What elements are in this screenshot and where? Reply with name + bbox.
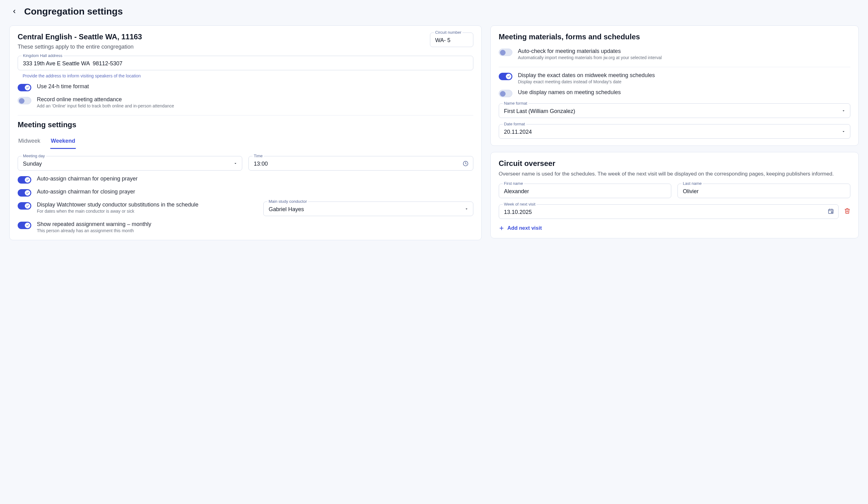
date-format-value[interactable] <box>504 129 845 135</box>
delete-visit-button[interactable] <box>844 208 850 216</box>
address-helper: Provide the address to inform visiting s… <box>23 73 473 78</box>
display-names-toggle[interactable] <box>499 90 513 97</box>
back-button[interactable] <box>11 8 18 15</box>
circuit-number-label: Circuit number <box>434 30 463 35</box>
auto-check-toggle[interactable] <box>499 49 513 56</box>
address-input[interactable] <box>23 60 468 67</box>
add-next-visit-button[interactable]: Add next visit <box>499 225 850 231</box>
address-field[interactable]: Kingdom Hall address <box>18 56 473 70</box>
plus-icon <box>499 225 504 231</box>
auto-open-prayer-toggle[interactable] <box>18 176 31 183</box>
tab-weekend[interactable]: Weekend <box>50 135 76 149</box>
calendar-icon[interactable] <box>828 208 834 216</box>
date-format-field[interactable]: Date format <box>499 124 850 139</box>
main-conductor-label: Main study conductor <box>267 199 308 204</box>
circuit-number-input[interactable] <box>435 37 468 44</box>
tab-midweek[interactable]: Midweek <box>18 135 41 149</box>
divider <box>499 67 850 67</box>
overseer-last-name-label: Last name <box>682 181 703 186</box>
use-24h-toggle[interactable] <box>18 84 31 91</box>
exact-dates-sub: Display exact meeting dates instead of M… <box>518 79 655 84</box>
overseer-first-name-field[interactable]: First name <box>499 183 672 198</box>
name-format-field[interactable]: Name format <box>499 103 850 118</box>
record-online-sub: Add an 'Online' input field to track bot… <box>37 103 174 108</box>
clock-icon <box>463 160 469 168</box>
auto-close-prayer-label: Auto-assign chairman for closing prayer <box>37 189 135 195</box>
meeting-day-field[interactable]: Meeting day <box>18 156 242 170</box>
meeting-day-label: Meeting day <box>22 154 46 158</box>
materials-title: Meeting materials, forms and schedules <box>499 32 850 41</box>
wt-substitution-helper: For dates when the main conductor is awa… <box>37 209 258 213</box>
overseer-first-name-input[interactable] <box>504 188 666 195</box>
auto-check-sub: Automatically import meeting materials f… <box>518 55 662 60</box>
display-names-label: Use display names on meeting schedules <box>518 89 621 96</box>
materials-card: Meeting materials, forms and schedules A… <box>490 25 859 146</box>
address-label: Kingdom Hall address <box>22 53 63 58</box>
auto-close-prayer-toggle[interactable] <box>18 189 31 197</box>
main-conductor-field[interactable]: Main study conductor <box>263 201 473 216</box>
auto-check-label: Auto-check for meeting materials updates <box>518 48 662 54</box>
overseer-card: Circuit overseer Overseer name is used f… <box>490 152 859 238</box>
date-format-label: Date format <box>503 122 526 126</box>
name-format-label: Name format <box>503 101 528 106</box>
repeat-warning-toggle[interactable] <box>18 222 31 229</box>
exact-dates-label: Display the exact dates on midweek meeti… <box>518 72 655 78</box>
congregation-subtitle: These settings apply to the entire congr… <box>18 44 142 50</box>
week-next-visit-input[interactable] <box>504 209 833 216</box>
trash-icon <box>844 208 850 214</box>
overseer-last-name-input[interactable] <box>683 188 845 195</box>
overseer-first-name-label: First name <box>503 181 524 186</box>
meeting-time-input[interactable] <box>254 161 468 167</box>
name-format-value[interactable] <box>504 108 845 115</box>
record-online-toggle[interactable] <box>18 97 31 104</box>
wt-substitution-toggle[interactable] <box>18 202 31 210</box>
main-conductor-value[interactable] <box>269 206 468 213</box>
chevron-left-icon <box>11 9 17 14</box>
repeat-warning-label: Show repeated assignment warning – month… <box>37 221 151 228</box>
congregation-name: Central English - Seattle WA, 11163 <box>18 32 142 41</box>
page-title: Congregation settings <box>24 6 123 17</box>
congregation-card: Central English - Seattle WA, 11163 Thes… <box>9 25 482 240</box>
overseer-desc: Overseer name is used for the schedules.… <box>499 170 850 178</box>
meeting-time-label: Time <box>252 154 264 158</box>
add-next-visit-label: Add next visit <box>507 225 542 231</box>
exact-dates-toggle[interactable] <box>499 73 513 80</box>
repeat-warning-sub: This person already has an assignment th… <box>37 228 151 233</box>
wt-substitution-label: Display Watchtower study conductor subst… <box>37 201 258 208</box>
record-online-label: Record online meeting attendance <box>37 96 174 103</box>
meeting-time-field[interactable]: Time <box>248 156 473 170</box>
week-next-visit-label: Week of next visit <box>503 202 537 207</box>
meeting-day-value[interactable] <box>23 161 237 167</box>
use-24h-label: Use 24-h time format <box>37 83 89 90</box>
circuit-number-field[interactable]: Circuit number <box>430 32 473 47</box>
meeting-settings-title: Meeting settings <box>18 120 473 129</box>
overseer-title: Circuit overseer <box>499 159 850 168</box>
week-next-visit-field[interactable]: Week of next visit <box>499 204 839 219</box>
overseer-last-name-field[interactable]: Last name <box>678 183 850 198</box>
svg-rect-5 <box>831 212 833 213</box>
auto-open-prayer-label: Auto-assign chairman for opening prayer <box>37 176 137 182</box>
meeting-tabs: Midweek Weekend <box>18 135 473 149</box>
